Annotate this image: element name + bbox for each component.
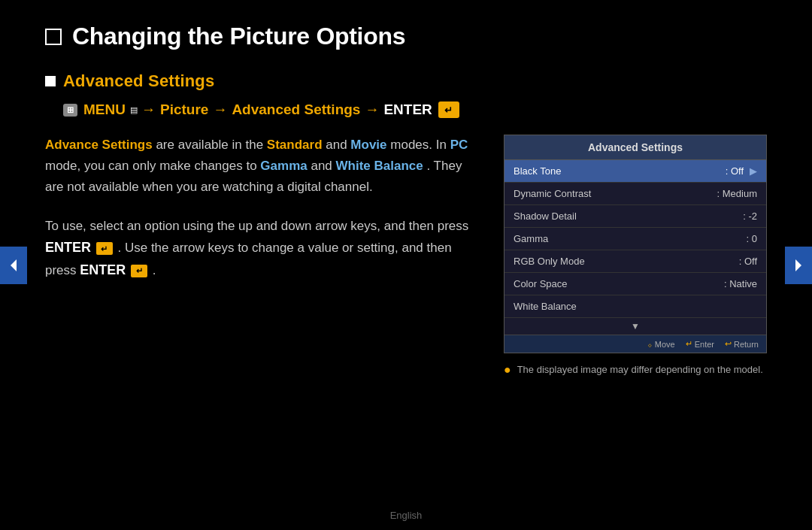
description-paragraph: Advance Settings are available in the St… — [45, 135, 474, 198]
settings-item-value: : Off — [739, 256, 757, 267]
instruction-paragraph: To use, select an option using the up an… — [45, 216, 474, 281]
instr-enter1: ENTER — [45, 240, 91, 255]
footer-return: ↩ Return — [725, 339, 759, 349]
menu-icon-m: ⊞ — [67, 105, 74, 115]
page-title-row: Changing the Picture Options — [45, 23, 767, 50]
footer-language: English — [390, 510, 423, 521]
section-heading: Advanced Settings — [45, 71, 767, 91]
return-icon: ↩ — [725, 339, 732, 349]
gamma-label: Gamma — [260, 159, 307, 173]
settings-item-value: : Native — [724, 278, 757, 289]
settings-item-name: Shadow Detail — [514, 210, 743, 222]
arrow2: → — [213, 101, 227, 118]
settings-item-value: : Off — [726, 165, 744, 177]
content-area: Advance Settings are available in the St… — [45, 135, 767, 377]
settings-item-arrow-icon: ▶ — [750, 165, 757, 177]
settings-panel: Advanced Settings Black Tone: Off▶Dynami… — [504, 135, 767, 353]
settings-item-value: : 0 — [747, 233, 757, 244]
right-column: Advanced Settings Black Tone: Off▶Dynami… — [504, 135, 767, 377]
settings-item-name: Gamma — [514, 233, 747, 244]
advance-settings-label: Advance Settings — [45, 138, 153, 152]
arrow3: → — [365, 101, 379, 118]
settings-item[interactable]: Color Space: Native — [504, 273, 766, 295]
instr-text3: . — [153, 263, 156, 277]
menu-icon: ⊞ — [63, 104, 77, 117]
arrow1: → — [141, 101, 156, 118]
settings-item-name: White Balance — [514, 301, 757, 312]
enter-icon: ↵ — [438, 101, 459, 118]
note-bullet-icon: ● — [504, 363, 511, 377]
page-title: Changing the Picture Options — [72, 23, 405, 50]
footer-move-label: Move — [655, 340, 675, 349]
settings-item[interactable]: White Balance — [504, 295, 766, 318]
advanced-settings-path-label: Advanced Settings — [232, 101, 360, 118]
pc-label: PC — [450, 138, 468, 152]
settings-item[interactable]: Dynamic Contrast: Medium — [504, 183, 766, 205]
enter-icon-inline2: ↵ — [131, 265, 147, 277]
move-icon: ⬦ — [647, 340, 653, 349]
instr-text1: To use, select an option using the up an… — [45, 219, 468, 233]
nav-arrow-left[interactable] — [0, 247, 27, 284]
white-balance-label: White Balance — [336, 159, 423, 173]
settings-item-name: Color Space — [514, 278, 724, 289]
down-arrow: ▼ — [504, 318, 766, 335]
enter-label: ENTER — [383, 101, 432, 118]
standard-label: Standard — [267, 138, 323, 152]
settings-list: Black Tone: Off▶Dynamic Contrast: Medium… — [504, 160, 766, 318]
settings-item[interactable]: Shadow Detail: -2 — [504, 205, 766, 228]
page-container: Changing the Picture Options Advanced Se… — [0, 0, 812, 530]
desc-part3: modes. In — [390, 138, 450, 152]
desc-part2: and — [326, 138, 350, 152]
desc-part1: are available in the — [156, 138, 263, 152]
settings-item-name: Dynamic Contrast — [514, 188, 717, 199]
desc-part4: mode, you can only make changes to — [45, 159, 260, 173]
settings-panel-title: Advanced Settings — [504, 135, 766, 160]
settings-item-name: Black Tone — [514, 165, 726, 177]
left-column: Advance Settings are available in the St… — [45, 135, 481, 282]
left-arrow-icon — [6, 258, 21, 273]
enter-icon-inline1: ↵ — [96, 242, 113, 255]
picture-label: Picture — [160, 101, 208, 118]
footer-enter-label: Enter — [695, 340, 714, 349]
note-text: The displayed image may differ depending… — [517, 362, 763, 377]
settings-item-value: : -2 — [743, 210, 757, 222]
enter-footer-icon: ↵ — [686, 339, 692, 349]
panel-note: ● The displayed image may differ dependi… — [504, 362, 767, 377]
title-checkbox — [45, 29, 62, 45]
menu-label: MENU — [83, 101, 126, 118]
svg-marker-1 — [795, 259, 801, 271]
menu-lines-icon: ▤ — [130, 105, 137, 115]
footer-return-label: Return — [734, 340, 759, 349]
svg-marker-0 — [11, 259, 17, 271]
movie-label: Movie — [350, 138, 386, 152]
section-square-icon — [45, 76, 56, 86]
desc-part5: and — [311, 159, 335, 173]
footer-enter: ↵ Enter — [686, 339, 714, 349]
nav-arrow-right[interactable] — [785, 247, 812, 284]
page-footer: English — [0, 510, 812, 521]
right-arrow-icon — [791, 258, 806, 273]
section-title: Advanced Settings — [63, 71, 214, 91]
settings-item-value: : Medium — [717, 188, 757, 199]
settings-footer: ⬦ Move ↵ Enter ↩ Return — [504, 335, 766, 353]
footer-move: ⬦ Move — [647, 339, 675, 349]
settings-item[interactable]: Gamma: 0 — [504, 228, 766, 250]
settings-item[interactable]: Black Tone: Off▶ — [504, 160, 766, 183]
menu-path: ⊞ MENU ▤ → Picture → Advanced Settings →… — [63, 101, 767, 118]
settings-item-name: RGB Only Mode — [514, 256, 739, 267]
settings-item[interactable]: RGB Only Mode: Off — [504, 250, 766, 273]
instr-enter2: ENTER — [80, 262, 126, 277]
